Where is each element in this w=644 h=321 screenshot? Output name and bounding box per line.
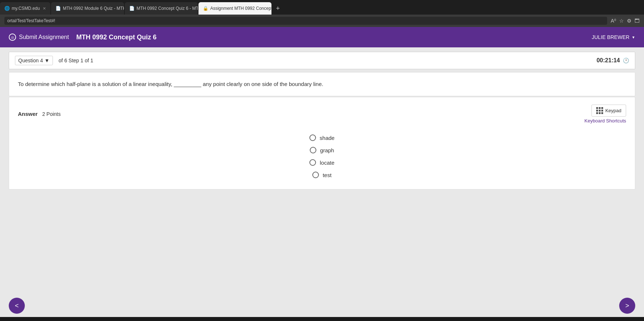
option-graph-label: graph (320, 147, 334, 153)
option-graph[interactable]: graph (310, 147, 334, 153)
tab1-icon: 🌐 (4, 6, 9, 11)
question-dropdown[interactable]: Question 4 ▼ (15, 56, 53, 65)
option-test-label: test (323, 172, 331, 178)
next-icon: > (625, 302, 629, 310)
radio-locate[interactable] (309, 159, 316, 166)
user-name-text: JULIE BREWER (592, 34, 629, 40)
option-locate-label: locate (320, 160, 334, 166)
radio-shade[interactable] (309, 134, 316, 141)
tab-bar: 🌐 my.CSMD.edu ✕ 📄 MTH 0992 Module 6 Quiz… (0, 0, 644, 15)
radio-graph[interactable] (310, 147, 316, 153)
submit-assignment-label: Submit Assignment (19, 34, 69, 40)
submit-icon: ◎ (9, 34, 16, 41)
address-input[interactable] (4, 17, 607, 25)
answer-section: Answer 2 Points Keyp (9, 97, 635, 189)
answer-label: Answer (18, 111, 38, 117)
tab2-icon: 📄 (55, 6, 61, 11)
keypad-grid-icon (596, 107, 603, 114)
keyboard-shortcuts-link[interactable]: Keyboard Shortcuts (585, 118, 626, 124)
settings-icon[interactable]: ⚙ (627, 18, 632, 24)
new-tab-button[interactable]: + (272, 5, 284, 12)
tab3-label: MTH 0992 Concept Quiz 6 - MTH (136, 6, 198, 11)
timer-display: 00:21:14 🕐 (597, 57, 629, 64)
keypad-button-label: Keypad (605, 108, 621, 113)
prev-button[interactable]: < (9, 298, 25, 314)
tab1-label: my.CSMD.edu (12, 6, 40, 11)
submit-assignment-button[interactable]: ◎ Submit Assignment (9, 34, 69, 41)
tab1-close[interactable]: ✕ (43, 6, 46, 11)
tab-1[interactable]: 🌐 my.CSMD.edu ✕ (0, 2, 50, 15)
favorites-icon[interactable]: ☆ (619, 18, 624, 24)
question-nav-bar: Question 4 ▼ of 6 Step 1 of 1 00:21:14 🕐 (9, 52, 635, 69)
timer-icon: 🕐 (623, 58, 629, 63)
prev-icon: < (15, 302, 19, 310)
option-test[interactable]: test (312, 172, 331, 178)
next-button[interactable]: > (619, 298, 635, 314)
keypad-button[interactable]: Keypad (591, 105, 626, 117)
sidebar-toggle-icon[interactable]: 🗔 (635, 18, 640, 24)
user-name-display[interactable]: JULIE BREWER ▼ (592, 34, 635, 40)
question-text: To determine which half-plane is a solut… (18, 80, 626, 89)
question-step-label: of 6 Step 1 of 1 (59, 58, 93, 63)
timer-value: 00:21:14 (597, 57, 620, 64)
tab-2[interactable]: 📄 MTH 0992 Module 6 Quiz - MTH ✕ (51, 2, 124, 15)
browser-chrome: 🌐 my.CSMD.edu ✕ 📄 MTH 0992 Module 6 Quiz… (0, 0, 644, 27)
user-menu-arrow: ▼ (632, 35, 635, 39)
answer-label-group: Answer 2 Points (18, 111, 61, 117)
question-dropdown-label: Question 4 (18, 58, 43, 63)
quiz-title: MTH 0992 Concept Quiz 6 (76, 34, 592, 41)
browser-actions: A⁰ ☆ ⚙ 🗔 (611, 18, 640, 24)
lms-header: ◎ Submit Assignment MTH 0992 Concept Qui… (0, 27, 644, 47)
question-dropdown-arrow: ▼ (45, 58, 50, 63)
tab3-icon: 📄 (129, 6, 134, 11)
tab-3[interactable]: 📄 MTH 0992 Concept Quiz 6 - MTH ✕ (125, 2, 198, 15)
question-box: To determine which half-plane is a solut… (9, 72, 635, 96)
points-label: 2 Points (42, 111, 61, 117)
option-shade[interactable]: shade (309, 134, 335, 141)
answer-header: Answer 2 Points Keyp (18, 105, 626, 124)
address-bar: A⁰ ☆ ⚙ 🗔 (0, 15, 644, 27)
tab2-label: MTH 0992 Module 6 Quiz - MTH (63, 6, 124, 11)
option-locate[interactable]: locate (309, 159, 334, 166)
tab-4[interactable]: 🔒 Assignment MTH 0992 Concept Q ✕ (198, 2, 271, 15)
keypad-area: Keypad Keyboard Shortcuts (585, 105, 626, 124)
read-aloud-icon[interactable]: A⁰ (611, 18, 616, 24)
radio-test[interactable] (312, 172, 319, 178)
options-list: shade graph locate test (18, 131, 626, 182)
quiz-area: Question 4 ▼ of 6 Step 1 of 1 00:21:14 🕐… (0, 47, 644, 317)
option-shade-label: shade (320, 135, 335, 141)
tab4-label: Assignment MTH 0992 Concept Q (210, 6, 271, 11)
tab4-icon: 🔒 (203, 6, 208, 11)
